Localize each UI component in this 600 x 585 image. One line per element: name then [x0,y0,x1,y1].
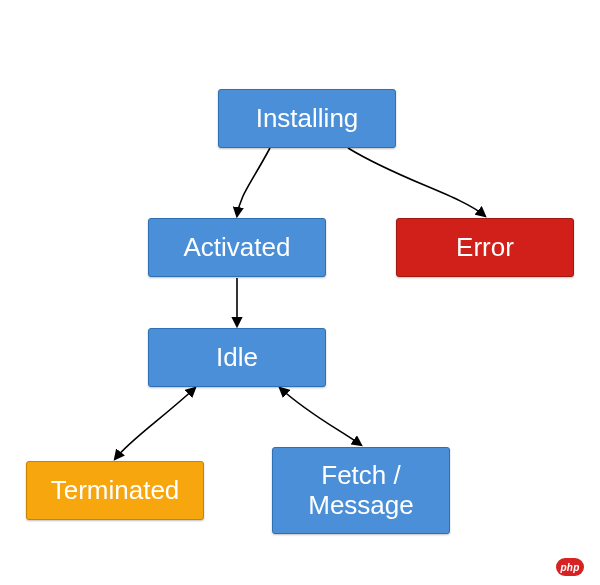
node-installing: Installing [218,89,396,148]
node-label: Activated [184,233,291,263]
badge-text: php [560,562,579,573]
edge-idle-fetch [280,388,361,445]
node-label: Error [456,233,514,263]
diagram-stage: Installing Activated Error Idle Terminat… [0,0,600,585]
node-label: Terminated [51,476,180,506]
node-activated: Activated [148,218,326,277]
node-idle: Idle [148,328,326,387]
node-label: Fetch / Message [308,461,414,521]
edge-idle-terminated [115,388,195,459]
php-badge: php [556,558,584,576]
node-fetch-message: Fetch / Message [272,447,450,534]
node-terminated: Terminated [26,461,204,520]
node-label: Idle [216,343,258,373]
node-error: Error [396,218,574,277]
edge-installing-activated [237,148,270,216]
node-label: Installing [256,104,359,134]
edge-installing-error [348,148,485,216]
